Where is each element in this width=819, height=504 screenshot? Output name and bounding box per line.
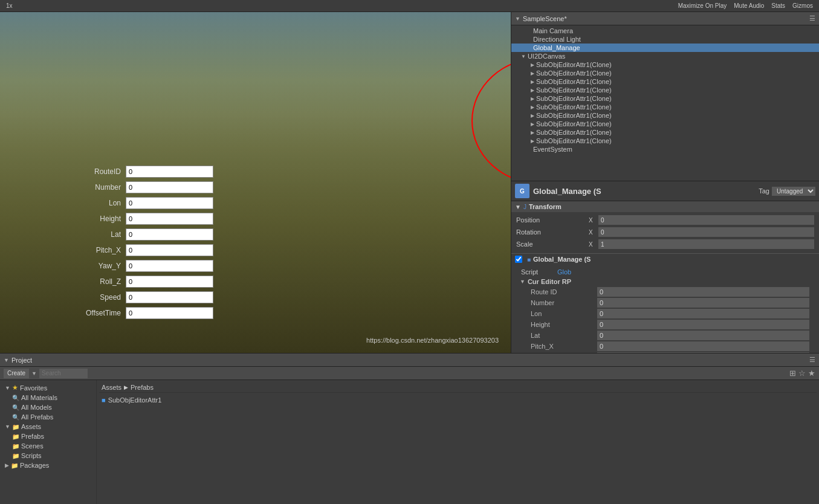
lon-row: Lon 0	[60, 197, 213, 209]
hierarchy-item-subobj-4[interactable]: ▶ SubObjEditorAttr1(Clone)	[511, 86, 819, 94]
subobj-6-label: SubObjEditorAttr1(Clone)	[536, 103, 612, 111]
scenes-folder-item[interactable]: 📁 Scenes	[0, 441, 96, 451]
favorites-star-icon: ★	[12, 384, 18, 392]
project-menu-icon[interactable]: ☰	[809, 356, 815, 364]
favorites-label: Favorites	[20, 384, 47, 392]
prefabs-label: Prefabs	[21, 433, 44, 440]
all-prefabs-item[interactable]: 🔍 All Prefabs	[0, 412, 96, 422]
pitch-x-row: Pitch_X 0	[60, 244, 213, 256]
number-input[interactable]: 0	[126, 181, 213, 193]
rotation-row: Rotation X	[516, 227, 814, 237]
hierarchy-menu-icon[interactable]: ☰	[809, 15, 815, 22]
insp-number-row: Number	[516, 297, 814, 308]
insp-height-row: Height	[516, 319, 814, 330]
hierarchy-item-subobj-5[interactable]: ▶ SubObjEditorAttr1(Clone)	[511, 94, 819, 103]
subobj-9-label: SubObjEditorAttr1(Clone)	[536, 129, 612, 136]
yaw-y-input[interactable]: 0	[126, 260, 213, 272]
hierarchy-item-ui2d-canvas[interactable]: ▼ UI2DCanvas	[511, 52, 819, 60]
right-panels: ▼ SampleScene* ☰ Main Camera Directional…	[511, 12, 819, 353]
route-id-input[interactable]: 0	[126, 166, 213, 178]
hierarchy-panel: ▼ SampleScene* ☰ Main Camera Directional…	[511, 12, 819, 181]
insp-pitch-x-input[interactable]	[597, 341, 809, 351]
sub-obj-editor-item[interactable]: ■ SubObjEditorAttr1	[99, 395, 817, 405]
rot-x-input[interactable]	[598, 227, 814, 237]
subobj-1-label: SubObjEditorAttr1(Clone)	[536, 61, 612, 68]
pitch-x-label: Pitch_X	[60, 246, 121, 254]
url-text: https://blog.csdn.net/zhangxiao136270932…	[366, 337, 499, 344]
tag-label: Tag	[759, 187, 769, 195]
insp-route-id-row: Route ID	[516, 286, 814, 297]
pos-x-input[interactable]	[598, 215, 814, 225]
gm-script-header[interactable]: ■ Global_Manage (S	[511, 254, 819, 265]
insp-lon-input[interactable]	[597, 309, 809, 318]
hierarchy-item-subobj-6[interactable]: ▶ SubObjEditorAttr1(Clone)	[511, 103, 819, 111]
collapse-icon[interactable]: ▼	[515, 16, 520, 22]
prefabs-breadcrumb: Prefabs	[131, 384, 154, 391]
scale-value: X	[589, 239, 814, 249]
bottom-panels: ▼ Project ☰ Create ▼ ⊞ ☆ ★ ▼ ★ Favorites	[0, 353, 819, 504]
subobj-4-label: SubObjEditorAttr1(Clone)	[536, 86, 612, 94]
hierarchy-item-global-manage[interactable]: Global_Manage	[511, 44, 819, 52]
lon-label: Lon	[60, 199, 121, 207]
inspector-icon: G	[515, 184, 529, 198]
cur-editor-rp-collapse[interactable]: ▼	[520, 279, 525, 285]
lat-input[interactable]: 0	[126, 228, 213, 241]
project-icon1[interactable]: ⊞	[789, 369, 796, 378]
hierarchy-item-subobj-2[interactable]: ▶ SubObjEditorAttr1(Clone)	[511, 69, 819, 77]
offset-time-input[interactable]: 0	[126, 307, 213, 319]
assets-header[interactable]: ▼ 📁 Assets	[0, 422, 96, 431]
hierarchy-item-subobj-10[interactable]: ▶ SubObjEditorAttr1(Clone)	[511, 137, 819, 145]
insp-number-input[interactable]	[597, 298, 809, 308]
scale-x-input[interactable]	[598, 239, 814, 249]
create-button[interactable]: Create	[4, 369, 29, 378]
transform-section: ▼ J Transform Position X Rotation	[511, 201, 819, 254]
project-icon2[interactable]: ☆	[798, 369, 806, 378]
lon-input[interactable]: 0	[126, 197, 213, 209]
hierarchy-item-subobj-1[interactable]: ▶ SubObjEditorAttr1(Clone)	[511, 60, 819, 69]
packages-header[interactable]: ▶ 📁 Packages	[0, 460, 96, 470]
hierarchy-item-event-system[interactable]: EventSystem	[511, 145, 819, 153]
gm-checkbox[interactable]	[515, 256, 522, 263]
gizmos-btn[interactable]: Gizmos	[789, 2, 817, 9]
subobj-arrow-6-icon: ▶	[531, 105, 534, 110]
scripts-folder-item[interactable]: 📁 Scripts	[0, 451, 96, 460]
project-collapse-icon: ▼	[4, 357, 9, 363]
hierarchy-item-directional-light[interactable]: Directional Light	[511, 35, 819, 44]
hierarchy-item-subobj-8[interactable]: ▶ SubObjEditorAttr1(Clone)	[511, 120, 819, 128]
favorites-header[interactable]: ▼ ★ Favorites	[0, 383, 96, 393]
maximize-on-play-btn[interactable]: Maximize On Play	[675, 2, 731, 9]
scenes-folder-icon: 📁	[12, 443, 19, 450]
scene-view[interactable]: RouteID 0 Number 0 Lon 0 Height 0 Lat 0 …	[0, 12, 511, 353]
pitch-x-input[interactable]: 0	[126, 244, 213, 256]
create-dropdown-icon[interactable]: ▼	[31, 370, 37, 376]
gm-script-title: Global_Manage (S	[533, 256, 591, 263]
insp-route-id-input[interactable]	[597, 287, 809, 297]
project-panel: ▼ Project ☰ Create ▼ ⊞ ☆ ★ ▼ ★ Favorites	[0, 354, 819, 504]
all-materials-item[interactable]: 🔍 All Materials	[0, 393, 96, 402]
hierarchy-item-subobj-9[interactable]: ▶ SubObjEditorAttr1(Clone)	[511, 128, 819, 137]
height-input[interactable]: 0	[126, 213, 213, 225]
hierarchy-item-subobj-3[interactable]: ▶ SubObjEditorAttr1(Clone)	[511, 77, 819, 86]
mute-audio-btn[interactable]: Mute Audio	[730, 2, 768, 9]
tag-dropdown[interactable]: Untagged	[772, 187, 815, 196]
insp-height-input[interactable]	[597, 320, 809, 329]
transform-header[interactable]: ▼ J Transform	[511, 201, 819, 212]
prefabs-folder-item[interactable]: 📁 Prefabs	[0, 431, 96, 441]
hierarchy-item-subobj-7[interactable]: ▶ SubObjEditorAttr1(Clone)	[511, 111, 819, 120]
all-models-item[interactable]: 🔍 All Models	[0, 402, 96, 412]
project-search-input[interactable]	[39, 369, 88, 378]
project-right-panel: Assets ▶ Prefabs ■ SubObjEditorAttr1	[97, 380, 819, 504]
roll-z-input[interactable]: 0	[126, 276, 213, 288]
gm-script-body: Script Glob ▼ Cur Editor RP Route ID Num…	[511, 265, 819, 353]
speed-input[interactable]: 0	[126, 291, 213, 303]
rotation-label: Rotation	[516, 228, 589, 236]
stats-btn[interactable]: Stats	[768, 2, 789, 9]
subobj-3-label: SubObjEditorAttr1(Clone)	[536, 78, 612, 85]
insp-lat-input[interactable]	[597, 331, 809, 340]
rotation-value: X	[589, 227, 814, 237]
all-prefabs-label: All Prefabs	[21, 413, 53, 421]
script-value: Glob	[557, 268, 571, 276]
hierarchy-item-main-camera[interactable]: Main Camera	[511, 27, 819, 35]
event-system-label: EventSystem	[533, 146, 572, 153]
project-icon3[interactable]: ★	[808, 369, 815, 378]
